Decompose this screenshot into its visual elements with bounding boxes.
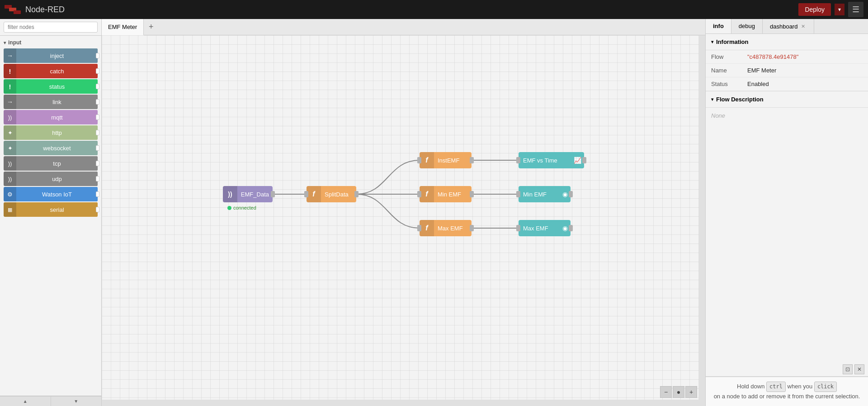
catch-icon: ! — [9, 67, 11, 75]
hint-controls: ⊡ ✕ — [706, 363, 868, 377]
link-icon: → — [7, 98, 13, 105]
deploy-button[interactable]: Deploy — [798, 3, 831, 16]
zoom-reset-button[interactable]: ● — [673, 386, 684, 398]
tab-emf-meter[interactable]: EMF Meter — [102, 19, 144, 35]
add-tab-button[interactable]: + — [144, 19, 158, 35]
hint-restore-button[interactable]: ⊡ — [843, 364, 853, 374]
instemf-port-left — [417, 157, 421, 163]
flow-label: Flow — [706, 50, 742, 64]
info-row-status: Status Enabled — [706, 77, 868, 91]
splitdata-port-left — [304, 191, 308, 197]
topbar-left: Node-RED — [5, 3, 65, 16]
node-watson[interactable]: ⚙ Watson IoT — [4, 187, 98, 201]
section-label-input: input — [8, 39, 21, 46]
status-label: Status — [706, 77, 742, 91]
canvas[interactable]: )) EMF_Data connected f SplitData — [102, 35, 705, 406]
right-panel-tabs: info debug dashboard ✕ — [706, 19, 868, 34]
emf-data-label: EMF_Data — [237, 191, 273, 198]
hint-key-ctrl: ctrl — [766, 382, 786, 392]
node-status[interactable]: ! status — [4, 79, 98, 94]
status-icon: ! — [9, 83, 11, 91]
canvas-scrollbar-vertical[interactable] — [699, 35, 705, 406]
flow-node-min-emf-out[interactable]: Min EMF ◉ — [519, 186, 571, 202]
splitdata-icon: f — [307, 186, 321, 202]
max-emf-out-port-right — [569, 225, 573, 231]
hint-key-click: click — [814, 382, 837, 392]
http-port-right — [96, 130, 99, 135]
flow-node-maxemf[interactable]: f Max EMF — [420, 220, 472, 236]
flow-node-emf-data[interactable]: )) EMF_Data — [223, 186, 273, 202]
hint-close-button[interactable]: ✕ — [854, 364, 864, 374]
info-panel: ▾ Information Flow "c487878.4e91478" Nam… — [706, 34, 868, 198]
flow-node-minemf[interactable]: f Min EMF — [420, 186, 472, 202]
node-websocket[interactable]: ✦ websocket — [4, 141, 98, 155]
minemf-icon: f — [420, 186, 434, 202]
gauge-icon-max: ◉ — [562, 224, 568, 232]
status-port-right — [96, 84, 99, 89]
sidebar-scroll-up[interactable]: ▲ — [0, 396, 51, 406]
tcp-icon: )) — [8, 160, 12, 167]
minemf-port-right — [470, 191, 474, 197]
tab-bar: EMF Meter + — [102, 19, 705, 35]
emfvstime-port-left — [516, 157, 520, 163]
flow-desc-label: Flow Description — [716, 96, 764, 103]
hint-panel: Hold down ctrl when you click on a node … — [706, 377, 868, 406]
instemf-port-right — [470, 157, 474, 163]
flow-description-header[interactable]: ▾ Flow Description — [706, 91, 868, 108]
info-row-name: Name EMF Meter — [706, 64, 868, 77]
max-emf-out-port-left — [516, 225, 520, 231]
maxemf-port-right — [470, 225, 474, 231]
flow-node-max-emf-out[interactable]: Max EMF ◉ — [519, 220, 571, 236]
deploy-chevron-button[interactable]: ▾ — [835, 4, 844, 15]
tab-dashboard[interactable]: dashboard ✕ — [763, 19, 814, 33]
instemf-label: InstEMF — [434, 157, 472, 164]
canvas-area: EMF Meter + — [102, 19, 705, 406]
node-sidebar: ▾ input → inject ! catch — [0, 19, 102, 406]
udp-icon: )) — [8, 176, 12, 182]
name-value: EMF Meter — [742, 64, 868, 77]
node-tcp[interactable]: )) tcp — [4, 156, 98, 171]
sidebar-scroll-down[interactable]: ▼ — [51, 396, 102, 406]
section-header-input[interactable]: ▾ input — [0, 38, 101, 48]
search-input[interactable] — [4, 22, 98, 33]
maxemf-label: Max EMF — [434, 225, 472, 232]
tab-debug[interactable]: debug — [731, 19, 763, 33]
node-udp[interactable]: )) udp — [4, 172, 98, 186]
watson-icon: ⚙ — [7, 191, 13, 198]
zoom-in-button[interactable]: + — [685, 386, 697, 398]
flow-node-splitdata[interactable]: f SplitData — [307, 186, 356, 202]
flow-node-emfvstime[interactable]: EMF vs Time 📈 — [519, 152, 584, 168]
inject-icon: → — [7, 52, 13, 59]
canvas-wrapper[interactable]: )) EMF_Data connected f SplitData — [102, 35, 705, 406]
node-mqtt[interactable]: )) mqtt — [4, 110, 98, 124]
canvas-scrollbar-horizontal[interactable] — [102, 400, 705, 406]
zoom-out-button[interactable]: − — [660, 386, 672, 398]
serial-icon: ▦ — [8, 207, 12, 213]
tab-dashboard-label: dashboard — [770, 23, 797, 30]
emfvstime-port-right — [582, 157, 586, 163]
flow-node-instemf[interactable]: f InstEMF — [420, 152, 472, 168]
connected-text: connected — [233, 205, 256, 210]
info-row-flow: Flow "c487878.4e91478" — [706, 50, 868, 64]
menu-button[interactable]: ☰ — [848, 2, 863, 17]
node-http[interactable]: ✦ http — [4, 125, 98, 140]
node-inject[interactable]: → inject — [4, 48, 98, 63]
information-section-label: Information — [716, 38, 749, 45]
information-table: Flow "c487878.4e91478" Name EMF Meter St… — [706, 50, 868, 91]
tab-info[interactable]: info — [706, 19, 731, 33]
chevron-icon: ▾ — [4, 40, 6, 45]
topbar-right: Deploy ▾ ☰ — [798, 2, 863, 17]
max-emf-out-label: Max EMF — [519, 225, 562, 232]
emf-data-icon: )) — [223, 186, 237, 202]
websocket-icon: ✦ — [8, 145, 13, 152]
mqtt-port-right — [96, 115, 99, 120]
tab-dashboard-close[interactable]: ✕ — [799, 23, 807, 30]
information-section-header[interactable]: ▾ Information — [706, 34, 868, 50]
flow-desc-content: None — [706, 108, 868, 124]
node-serial[interactable]: ▦ serial — [4, 202, 98, 217]
node-catch[interactable]: ! catch — [4, 64, 98, 78]
filter-nodes-wrapper — [0, 19, 101, 36]
connected-dot — [227, 206, 231, 210]
node-link[interactable]: → link — [4, 95, 98, 109]
right-panel: info debug dashboard ✕ ▾ Information Flo… — [705, 19, 868, 406]
